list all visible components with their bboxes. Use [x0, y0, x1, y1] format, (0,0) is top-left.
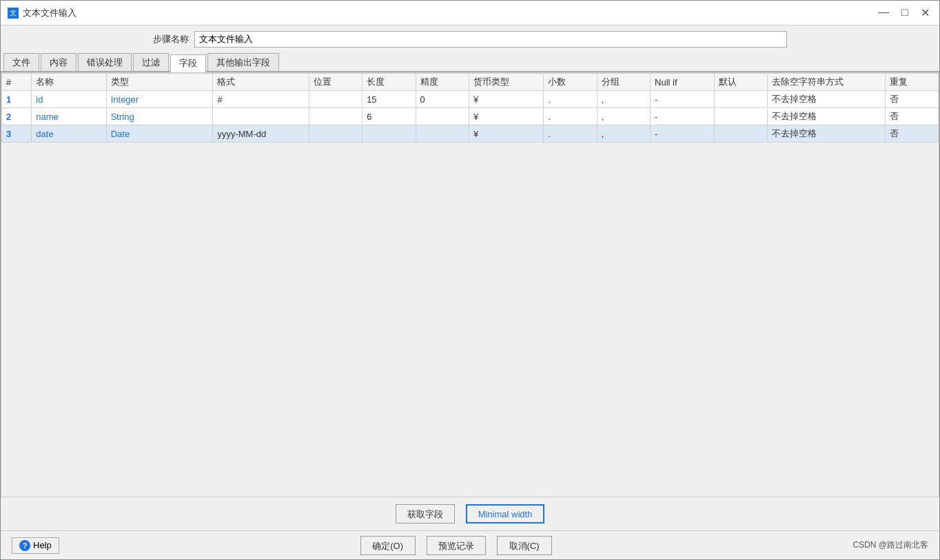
fields-table: # 名称 类型 格式 位置 长度 精度 货币类型 小数 分组 Null if 默… — [1, 73, 939, 143]
table-cell: id — [32, 91, 106, 108]
col-header-hash: # — [2, 74, 32, 91]
col-header-name: 名称 — [32, 74, 106, 91]
help-label: Help — [33, 540, 52, 550]
help-icon: ? — [19, 540, 30, 551]
app-icon: 文 — [8, 8, 19, 19]
footer: ? Help 确定(O) 预览记录 取消(C) CSDN @路过南北客 — [1, 530, 939, 559]
table-cell: ¥ — [469, 91, 543, 108]
table-cell: . — [544, 91, 597, 108]
table-cell: . — [544, 108, 597, 125]
table-row[interactable]: 2nameString6¥.,-不去掉空格否 — [2, 108, 939, 125]
table-cell — [362, 125, 416, 143]
cancel-button[interactable]: 取消(C) — [497, 536, 552, 555]
watermark: CSDN @路过南北客 — [852, 539, 928, 551]
tab-file[interactable]: 文件 — [3, 53, 39, 71]
tab-fields[interactable]: 字段 — [170, 54, 206, 72]
table-cell: 2 — [2, 108, 32, 125]
table-cell — [714, 108, 767, 125]
col-header-precision: 精度 — [416, 74, 469, 91]
table-cell — [416, 125, 469, 143]
table-cell — [309, 108, 362, 125]
confirm-button[interactable]: 确定(O) — [360, 536, 416, 555]
table-cell: - — [651, 125, 715, 143]
col-header-default: 默认 — [714, 74, 767, 91]
table-cell — [416, 108, 469, 125]
table-cell: Date — [106, 125, 213, 143]
close-button[interactable]: ✕ — [918, 6, 932, 19]
table-cell — [309, 125, 362, 143]
table-cell: - — [651, 108, 715, 125]
tab-filter[interactable]: 过滤 — [133, 53, 169, 71]
table-cell: 否 — [885, 125, 938, 143]
table-cell: , — [597, 91, 650, 108]
table-cell — [714, 125, 767, 143]
table-cell: 6 — [362, 108, 416, 125]
table-cell — [213, 108, 309, 125]
col-header-currency: 货币类型 — [469, 74, 543, 91]
table-cell: 不去掉空格 — [768, 91, 885, 108]
table-cell — [309, 91, 362, 108]
tab-other[interactable]: 其他输出字段 — [207, 53, 279, 71]
step-name-row: 步骤名称 — [1, 25, 939, 53]
table-cell: 3 — [2, 125, 32, 143]
step-name-label: 步骤名称 — [153, 33, 189, 45]
col-header-duplicate: 重复 — [885, 74, 938, 91]
table-cell: name — [32, 108, 106, 125]
title-bar-left: 文 文本文件输入 — [8, 7, 76, 19]
title-bar-controls: — □ ✕ — [875, 6, 932, 19]
table-cell: ¥ — [469, 125, 543, 143]
main-area: # 名称 类型 格式 位置 长度 精度 货币类型 小数 分组 Null if 默… — [1, 72, 939, 530]
col-header-format: 格式 — [213, 74, 309, 91]
table-cell — [714, 91, 767, 108]
table-cell: , — [597, 108, 650, 125]
col-header-decimal: 小数 — [544, 74, 597, 91]
table-row[interactable]: 3dateDateyyyy-MM-dd¥.,-不去掉空格否 — [2, 125, 939, 143]
table-cell: 1 — [2, 91, 32, 108]
table-row[interactable]: 1idInteger#150¥.,-不去掉空格否 — [2, 91, 939, 108]
table-cell: 0 — [416, 91, 469, 108]
table-cell: yyyy-MM-dd — [213, 125, 309, 143]
main-window: 文 文本文件输入 — □ ✕ 步骤名称 文件 内容 错误处理 过滤 字段 其他输… — [0, 0, 940, 560]
minimal-width-button[interactable]: Minimal width — [466, 504, 545, 523]
table-cell: 否 — [885, 91, 938, 108]
col-header-type: 类型 — [106, 74, 213, 91]
table-cell: 不去掉空格 — [768, 108, 885, 125]
table-cell: . — [544, 125, 597, 143]
table-cell: 否 — [885, 108, 938, 125]
maximize-button[interactable]: □ — [899, 6, 911, 19]
col-header-position: 位置 — [309, 74, 362, 91]
fields-table-wrapper: # 名称 类型 格式 位置 长度 精度 货币类型 小数 分组 Null if 默… — [1, 72, 939, 497]
bottom-buttons: 获取字段 Minimal width — [1, 497, 939, 530]
col-header-trim: 去除空字符串方式 — [768, 74, 885, 91]
col-header-length: 长度 — [362, 74, 416, 91]
tab-content[interactable]: 内容 — [41, 53, 76, 71]
table-cell: 15 — [362, 91, 416, 108]
table-cell: 不去掉空格 — [768, 125, 885, 143]
minimize-button[interactable]: — — [875, 6, 892, 19]
preview-button[interactable]: 预览记录 — [427, 536, 486, 555]
table-header-row: # 名称 类型 格式 位置 长度 精度 货币类型 小数 分组 Null if 默… — [2, 74, 939, 91]
tab-error[interactable]: 错误处理 — [78, 53, 132, 71]
table-cell: , — [597, 125, 650, 143]
table-cell: # — [213, 91, 309, 108]
table-cell: ¥ — [469, 108, 543, 125]
col-header-group: 分组 — [597, 74, 650, 91]
footer-action-buttons: 确定(O) 预览记录 取消(C) — [360, 536, 552, 555]
table-cell: String — [106, 108, 213, 125]
get-fields-button[interactable]: 获取字段 — [396, 504, 455, 523]
tabs-row: 文件 内容 错误处理 过滤 字段 其他输出字段 — [1, 53, 939, 72]
title-bar: 文 文本文件输入 — □ ✕ — [1, 1, 939, 25]
step-name-input[interactable] — [194, 31, 787, 48]
table-cell: date — [32, 125, 106, 143]
window-title: 文本文件输入 — [23, 7, 76, 19]
table-cell: - — [651, 91, 715, 108]
help-button[interactable]: ? Help — [12, 537, 59, 554]
table-cell: Integer — [106, 91, 213, 108]
col-header-nullif: Null if — [651, 74, 715, 91]
